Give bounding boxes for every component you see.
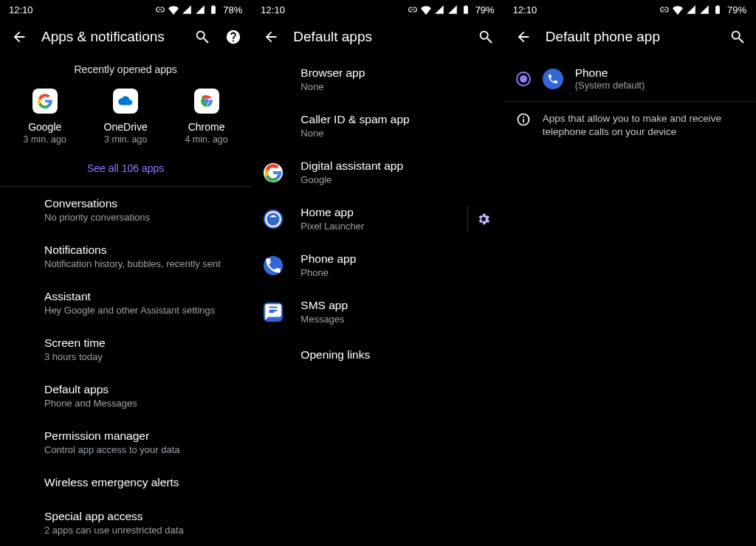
row-browser-app[interactable]: Browser app None — [252, 56, 503, 103]
row-sub: 3 hours today — [44, 351, 106, 362]
link-icon — [408, 4, 418, 15]
recent-app-onedrive[interactable]: OneDrive 3 min. ago — [89, 89, 162, 145]
info-row: Apps that allow you to make and receive … — [504, 102, 755, 149]
panel-apps-notifications: 12:10 78% Apps & notifications Recently … — [0, 0, 252, 546]
row-home-app[interactable]: Home app Pixel Launcher — [252, 196, 503, 242]
row-title: Caller ID & spam app — [300, 113, 409, 126]
row-sub: Notification history, bubbles, recently … — [44, 258, 221, 269]
row-notifications[interactable]: Notifications Notification history, bubb… — [0, 233, 251, 280]
status-bar: 12:10 79% — [252, 0, 503, 18]
row-sub: Phone and Messages — [44, 398, 137, 409]
recent-app-name: Chrome — [188, 121, 225, 133]
row-sms-app[interactable]: SMS app Messages — [252, 288, 503, 335]
app-bar: Default phone app — [504, 18, 755, 56]
svg-point-4 — [267, 212, 281, 227]
row-wireless-emergency[interactable]: Wireless emergency alerts — [0, 466, 251, 500]
battery-icon — [208, 4, 219, 15]
svg-point-3 — [205, 99, 208, 103]
row-sub: 2 apps can use unrestricted data — [44, 525, 184, 536]
status-right: 78% — [155, 4, 242, 15]
recent-app-sub: 4 min. ago — [185, 134, 227, 145]
status-right: 79% — [408, 4, 495, 15]
page-title: Default phone app — [546, 29, 715, 45]
row-title: Opening links — [300, 348, 370, 362]
option-phone[interactable]: Phone (System default) — [504, 56, 755, 101]
row-assistant[interactable]: Assistant Hey Google and other Assistant… — [0, 280, 251, 326]
recent-app-chrome[interactable]: Chrome 4 min. ago — [170, 89, 244, 145]
radio-selected-icon — [516, 72, 531, 86]
row-sub: No priority conversations — [44, 212, 150, 223]
phone-icon — [543, 69, 563, 89]
status-bar: 12:10 79% — [504, 0, 755, 18]
row-title: Default apps — [44, 383, 137, 396]
row-sub: None — [300, 128, 409, 139]
icon-spacer — [264, 70, 283, 89]
row-sub: None — [300, 81, 365, 92]
row-title: Permission manager — [44, 429, 180, 443]
battery-icon — [712, 4, 723, 15]
status-right: 79% — [659, 4, 746, 15]
row-phone-app[interactable]: Phone app Phone — [252, 242, 503, 288]
icon-spacer — [264, 345, 283, 364]
row-sub: Phone — [300, 267, 356, 278]
panel-default-phone-app: 12:10 79% Default phone app Phone (Syste… — [504, 0, 756, 546]
see-all-apps-link[interactable]: See all 106 apps — [0, 152, 251, 186]
wifi-icon — [421, 4, 431, 15]
back-icon[interactable] — [262, 28, 280, 46]
recent-app-sub: 3 min. ago — [24, 134, 66, 145]
info-text: Apps that allow you to make and receive … — [543, 112, 743, 139]
row-title: Special app access — [44, 510, 184, 523]
google-icon — [32, 89, 58, 114]
signal-icon-2 — [447, 4, 458, 15]
page-title: Apps & notifications — [41, 29, 180, 45]
row-default-apps[interactable]: Default apps Phone and Messages — [0, 373, 251, 419]
gear-icon[interactable] — [475, 211, 492, 227]
help-icon[interactable] — [224, 28, 242, 46]
signal-icon — [182, 4, 192, 15]
row-sub: Messages — [300, 314, 348, 325]
row-title: Browser app — [300, 66, 365, 80]
row-title: SMS app — [300, 299, 348, 312]
back-icon[interactable] — [10, 28, 28, 46]
back-icon[interactable] — [515, 28, 532, 46]
messages-icon — [264, 303, 283, 322]
page-title: Default apps — [293, 29, 463, 45]
option-name: Phone — [575, 66, 645, 80]
row-title: Home app — [300, 206, 364, 219]
signal-icon — [686, 4, 696, 15]
row-screen-time[interactable]: Screen time 3 hours today — [0, 326, 251, 373]
link-icon — [155, 4, 165, 15]
row-special-app-access[interactable]: Special app access 2 apps can use unrest… — [0, 500, 251, 546]
row-opening-links[interactable]: Opening links — [252, 335, 503, 375]
recent-app-google[interactable]: Google 3 min. ago — [8, 89, 82, 145]
signal-icon-2 — [699, 4, 709, 15]
row-sub: Google — [300, 174, 403, 185]
recent-app-name: Google — [28, 121, 61, 133]
status-time: 12:10 — [261, 4, 285, 15]
row-title: Screen time — [44, 336, 106, 350]
battery-percent: 79% — [475, 4, 495, 15]
search-icon[interactable] — [729, 28, 746, 46]
app-bar: Default apps — [252, 18, 503, 56]
row-title: Conversations — [44, 197, 150, 210]
status-bar: 12:10 78% — [0, 0, 251, 18]
battery-icon — [461, 4, 471, 15]
phone-icon — [264, 256, 283, 275]
option-sub: (System default) — [575, 80, 645, 91]
row-conversations[interactable]: Conversations No priority conversations — [0, 187, 251, 233]
wifi-icon — [673, 4, 683, 15]
search-icon[interactable] — [193, 28, 211, 46]
signal-icon — [434, 4, 444, 15]
row-digital-assistant-app[interactable]: Digital assistant app Google — [252, 149, 503, 196]
pixel-launcher-icon — [264, 210, 283, 229]
row-permission-manager[interactable]: Permission manager Control app access to… — [0, 419, 251, 466]
row-title: Digital assistant app — [300, 159, 403, 173]
icon-spacer — [264, 117, 283, 136]
info-icon — [516, 112, 531, 130]
recent-apps-label: Recently opened apps — [0, 56, 251, 84]
recent-apps-row: Google 3 min. ago OneDrive 3 min. ago Ch… — [0, 84, 251, 152]
search-icon[interactable] — [477, 28, 495, 46]
row-title: Assistant — [44, 290, 215, 303]
divider — [467, 205, 468, 233]
row-caller-id-app[interactable]: Caller ID & spam app None — [252, 103, 503, 149]
